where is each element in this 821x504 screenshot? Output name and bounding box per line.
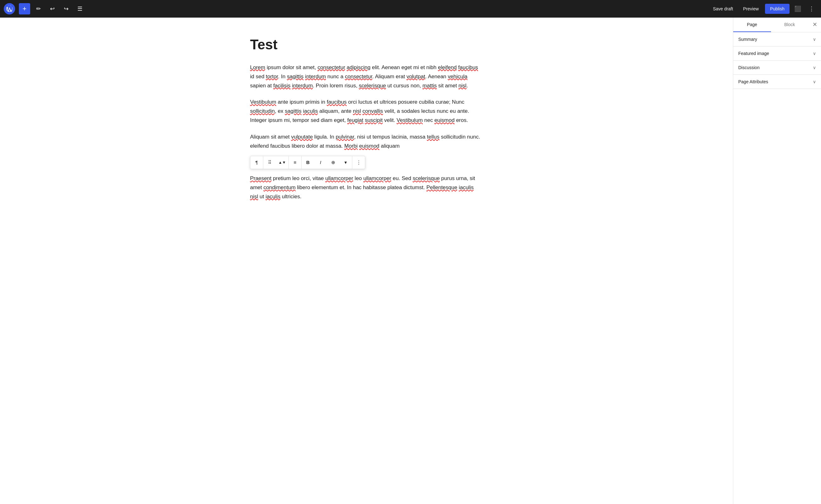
more-options-button[interactable]: ⋮ [806, 3, 817, 14]
bold-icon: B [306, 160, 310, 165]
sidebar-close-button[interactable]: ✕ [808, 18, 821, 31]
italic-icon: I [320, 160, 321, 165]
spell-facilisis: facilisis [273, 83, 291, 89]
link-button[interactable]: ⊕ [327, 156, 339, 169]
spell-suscipit: suscipit [365, 117, 383, 123]
spell-interdum: interdum [305, 74, 326, 79]
paragraph-2-text: Vestibulum ante ipsum primis in faucibus… [250, 98, 483, 125]
spell-faucibus: faucibus [458, 64, 478, 70]
list-view-button[interactable]: ☰ [74, 3, 85, 14]
spell-vestibulum2: Vestibulum [397, 117, 423, 123]
featured-image-section-header[interactable]: Featured image ∨ [733, 47, 821, 60]
spell-pulvinar: pulvinar [336, 134, 354, 140]
spell-sagittis: sagittis [287, 74, 304, 79]
main-area: Test Lorem ipsum dolor sit amet, consect… [0, 18, 821, 504]
post-body: Lorem ipsum dolor sit amet, consectetur … [250, 63, 483, 201]
chevron-down-icon: ▾ [344, 160, 347, 165]
more-options-dots-icon: ⋮ [356, 160, 361, 165]
featured-image-section: Featured image ∨ [733, 47, 821, 61]
bold-button[interactable]: B [302, 156, 314, 169]
paragraph-3[interactable]: Aliquam sit amet vulputate ligula. In pu… [250, 133, 483, 151]
spell-faucibus2: faucibus [327, 99, 347, 105]
italic-button[interactable]: I [314, 156, 327, 169]
link-icon: ⊕ [331, 160, 335, 165]
paragraph-1[interactable]: Lorem ipsum dolor sit amet, consectetur … [250, 63, 483, 90]
sidebar: Page Block ✕ Summary ∨ Featured image ∨ … [733, 18, 821, 504]
redo-icon: ↪ [64, 5, 69, 12]
featured-image-section-title: Featured image [738, 51, 769, 56]
paragraph-1-text: Lorem ipsum dolor sit amet, consectetur … [250, 63, 483, 90]
spell-sollicitudin: sollicitudin [250, 108, 275, 114]
sidebar-tabs: Page Block ✕ [733, 18, 821, 32]
spell-ullamcorper2: ullamcorper [363, 175, 391, 181]
spell-interdum2: interdum [292, 83, 313, 89]
tab-block[interactable]: Block [771, 18, 809, 32]
topbar: + ✏ ↩ ↪ ☰ Save draft Preview Publish ⬛ ⋮ [0, 0, 821, 18]
preview-button[interactable]: Preview [739, 4, 763, 13]
settings-icon: ⬛ [794, 5, 801, 12]
spell-iaculis2: iaculis [459, 184, 473, 190]
paragraph-icon: ¶ [256, 160, 258, 165]
toolbar-group-type: ¶ [251, 156, 263, 169]
spell-volutpat: volutpat [406, 74, 425, 79]
publish-button[interactable]: Publish [765, 4, 790, 14]
paragraph-2[interactable]: Vestibulum ante ipsum primis in faucibus… [250, 98, 483, 125]
toolbar-group-drag: ⠿ ▲▼ [263, 156, 289, 169]
add-block-button[interactable]: + [19, 3, 30, 14]
undo-button[interactable]: ↩ [47, 3, 58, 14]
settings-button[interactable]: ⬛ [792, 3, 803, 14]
featured-image-chevron-icon: ∨ [813, 51, 816, 56]
paragraph-4-text: Praesent pretium leo orci, vitae ullamco… [250, 174, 483, 201]
move-button[interactable]: ▲▼ [276, 156, 289, 169]
summary-chevron-icon: ∨ [813, 37, 816, 42]
summary-section-header[interactable]: Summary ∨ [733, 32, 821, 46]
tab-page[interactable]: Page [733, 18, 771, 32]
discussion-chevron-icon: ∨ [813, 65, 816, 70]
inline-toolbar: ¶ ⠿ ▲▼ ≡ [250, 156, 365, 169]
spell-vestibulum: Vestibulum [250, 99, 276, 105]
list-view-icon: ☰ [77, 5, 82, 12]
spell-convallis: convallis [362, 108, 383, 114]
spell-scelerisque2: scelerisque [413, 175, 440, 181]
more-options-icon: ⋮ [809, 5, 814, 12]
discussion-section-title: Discussion [738, 65, 760, 70]
toolbar-group-format: B I ⊕ ▾ [302, 156, 352, 169]
spell-iaculis: iaculis [303, 108, 318, 114]
page-attributes-section-header[interactable]: Page Attributes ∨ [733, 75, 821, 89]
editor-area[interactable]: Test Lorem ipsum dolor sit amet, consect… [0, 18, 733, 504]
edit-button[interactable]: ✏ [33, 3, 44, 14]
spell-feugiat: feugiat [347, 117, 363, 123]
toolbar-group-more: ⋮ [352, 156, 365, 169]
paragraph-3-text: Aliquam sit amet vulputate ligula. In pu… [250, 133, 483, 151]
page-attributes-section: Page Attributes ∨ [733, 75, 821, 89]
align-button[interactable]: ≡ [289, 156, 301, 169]
more-options-toolbar-button[interactable]: ⋮ [352, 156, 365, 169]
spell-iaculis3: iaculis [266, 194, 280, 200]
spell-nisl2: nisl [353, 108, 361, 114]
spell-scelerisque: scelerisque [359, 83, 386, 89]
spell-lorem: Lorem [250, 64, 265, 70]
post-title[interactable]: Test [250, 36, 483, 53]
spell-nisl: nisl [458, 83, 466, 89]
spell-pellentesque: Pellentesque [426, 184, 457, 190]
wp-logo[interactable] [4, 3, 15, 14]
save-draft-button[interactable]: Save draft [709, 4, 737, 13]
more-format-button[interactable]: ▾ [339, 156, 352, 169]
undo-icon: ↩ [50, 5, 55, 12]
wordpress-logo-icon [6, 6, 13, 12]
drag-icon: ⠿ [268, 160, 272, 165]
paragraph-4[interactable]: Praesent pretium leo orci, vitae ullamco… [250, 174, 483, 201]
spell-morbi: Morbi [344, 143, 358, 149]
drag-button[interactable]: ⠿ [263, 156, 276, 169]
spell-ullamcorper: ullamcorper [325, 175, 353, 181]
discussion-section-header[interactable]: Discussion ∨ [733, 61, 821, 74]
toolbar-group-align: ≡ [289, 156, 302, 169]
topbar-right: Save draft Preview Publish ⬛ ⋮ [709, 3, 817, 14]
spell-nisl3: nisl [250, 194, 258, 200]
edit-icon: ✏ [36, 5, 41, 12]
spell-praesent: Praesent [250, 175, 272, 181]
spell-mattis: mattis [422, 83, 437, 89]
spell-euismod: euismod [434, 117, 455, 123]
paragraph-type-button[interactable]: ¶ [251, 156, 263, 169]
redo-button[interactable]: ↪ [60, 3, 72, 14]
